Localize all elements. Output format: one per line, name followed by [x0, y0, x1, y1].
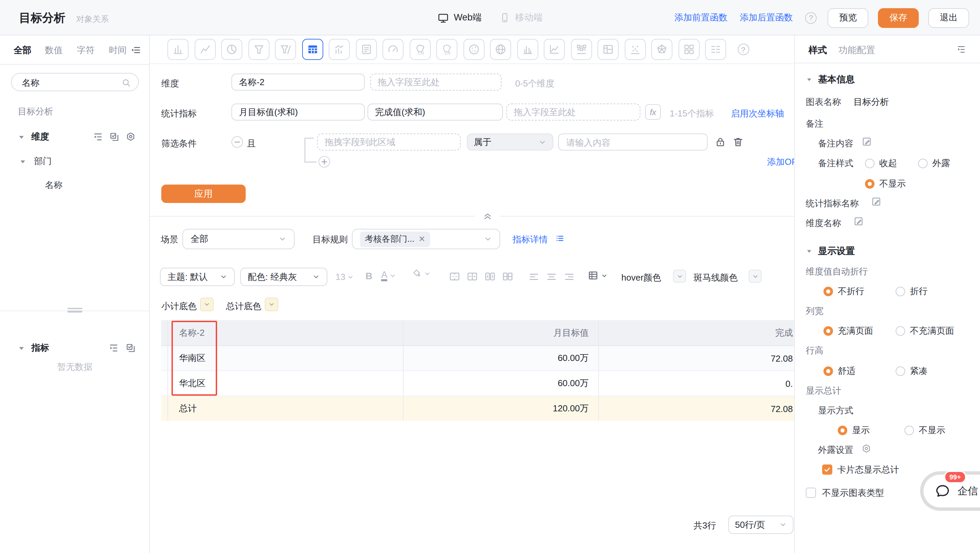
device-mobile-toggle[interactable]: 移动端 [500, 11, 543, 24]
merge-cells-icon[interactable] [449, 270, 461, 283]
align-left-icon[interactable] [528, 271, 540, 283]
search-icon[interactable] [121, 78, 131, 88]
radio-note-collapse[interactable] [865, 159, 875, 168]
cards-icon-button[interactable] [678, 39, 699, 60]
radio-nowrap[interactable] [824, 287, 833, 296]
radio-show-total[interactable] [838, 426, 847, 435]
collapse-config-button[interactable] [475, 210, 500, 222]
tab-numeric[interactable]: 数值 [45, 44, 63, 57]
tab-style[interactable]: 样式 [808, 44, 827, 57]
expand-tree-icon[interactable] [92, 131, 103, 142]
sidebar-node-department[interactable]: 部门 [34, 155, 52, 167]
filter-field-dropzone[interactable]: 拖拽字段到此区域 [317, 134, 461, 150]
field-search-input[interactable] [21, 76, 118, 90]
unmerge-cells-icon[interactable] [466, 270, 479, 283]
world-map-icon-button[interactable] [463, 39, 484, 60]
expose-settings-gear-icon[interactable] [861, 443, 872, 454]
panel-collapse-icon[interactable] [956, 44, 966, 54]
table-icon-button[interactable] [302, 39, 323, 60]
tag-close-icon[interactable]: ✕ [418, 234, 425, 244]
radio-show-total-label[interactable]: 显示 [852, 424, 870, 437]
edit-dim-name-icon[interactable] [853, 216, 864, 227]
tab-function-config[interactable]: 功能配置 [838, 44, 875, 57]
apply-button[interactable]: 应用 [161, 185, 246, 203]
funnel-icon-button[interactable] [248, 39, 269, 60]
radio-note-hidden[interactable] [865, 179, 875, 189]
radio-fill-page[interactable] [824, 326, 833, 336]
radio-hide-total-label[interactable]: 不显示 [919, 424, 945, 437]
metric-field-pill-2[interactable]: 完成值(求和) [368, 104, 503, 121]
radio-nofill-page[interactable] [896, 326, 905, 336]
radio-comfort[interactable] [824, 367, 833, 376]
fx-formula-button[interactable]: fx [645, 104, 661, 120]
add-condition-button[interactable]: + [318, 156, 330, 167]
section-basic-info[interactable]: 基本信息 [818, 73, 855, 86]
radio-note-expose-label[interactable]: 外露 [932, 157, 950, 170]
radar-icon-button[interactable] [651, 39, 672, 60]
radio-wrap-label[interactable]: 折行 [910, 285, 928, 298]
edit-metric-name-icon[interactable] [871, 196, 882, 207]
checkbox-card-total-label[interactable]: 卡片态显示总计 [837, 464, 899, 476]
remove-condition-button[interactable]: − [231, 136, 243, 148]
fill-color-button[interactable] [411, 268, 431, 279]
rule-tag[interactable]: 考核各部门... ✕ [360, 231, 430, 247]
checkbox-hide-chart-type[interactable] [806, 488, 816, 498]
secondary-axis-link[interactable]: 启用次坐标轴 [731, 108, 784, 120]
bold-button[interactable]: B [366, 270, 372, 281]
list-icon-button[interactable] [705, 39, 726, 60]
caret-down-icon[interactable] [806, 248, 813, 255]
settings-hexagon-icon[interactable] [125, 131, 136, 142]
dimension-field-pill[interactable]: 名称-2 [231, 73, 365, 91]
font-color-button[interactable]: A [381, 270, 396, 281]
help-icon[interactable]: ? [805, 12, 817, 24]
radio-note-hidden-label[interactable]: 不显示 [879, 178, 906, 190]
page-subtitle[interactable]: 对象关系 [76, 14, 109, 25]
bar-chart-icon-button[interactable] [167, 39, 189, 60]
trash-icon[interactable] [732, 136, 744, 148]
add-post-function-link[interactable]: 添加后置函数 [740, 11, 793, 24]
checkbox-card-total[interactable] [822, 464, 832, 475]
checkbox-hide-chart-type-label[interactable]: 不显示图表类型 [822, 487, 884, 499]
section-display-settings[interactable]: 显示设置 [818, 245, 855, 257]
preview-button[interactable]: 预览 [827, 8, 869, 27]
filter-operator-select[interactable]: 属于 [467, 134, 553, 150]
caret-down-icon[interactable] [18, 344, 25, 352]
map-cn-icon-button[interactable]: CN [409, 39, 430, 60]
sidebar-group-metric[interactable]: 指标 [31, 342, 49, 354]
globe-icon-button[interactable] [490, 39, 511, 60]
exit-button[interactable]: 退出 [928, 8, 969, 27]
funnel-slash-icon-button[interactable] [275, 39, 296, 60]
sidebar-leaf-name[interactable]: 名称 [45, 179, 63, 191]
tab-string[interactable]: 字符 [77, 44, 95, 57]
field-sort-icon[interactable] [130, 45, 141, 55]
radio-comfort-label[interactable]: 舒适 [838, 365, 856, 377]
gauge-icon-button[interactable] [382, 39, 404, 60]
multi-select-icon[interactable] [109, 131, 120, 142]
align-right-icon[interactable] [563, 271, 575, 283]
chat-widget[interactable]: 99+ 企信 [924, 475, 980, 507]
metric-field-pill-1[interactable]: 月目标值(求和) [231, 104, 365, 121]
radio-nowrap-label[interactable]: 不折行 [838, 285, 864, 298]
radio-note-expose[interactable] [918, 159, 928, 168]
palette-select[interactable]: 配色: 经典灰 [240, 268, 327, 286]
split-cells-icon[interactable] [501, 270, 514, 283]
radio-compact-label[interactable]: 紧凑 [910, 365, 928, 377]
expand-tree-icon[interactable] [108, 343, 119, 354]
map-cn-dots-icon-button[interactable]: CN [436, 39, 457, 60]
line-trend-icon-button[interactable] [544, 39, 565, 60]
radio-compact[interactable] [896, 367, 905, 376]
combo-chart-icon-button[interactable] [329, 39, 350, 60]
radio-fill-page-label[interactable]: 充满页面 [838, 325, 873, 337]
theme-select[interactable]: 主题: 默认 [160, 268, 235, 286]
chart-name-value[interactable]: 目标分析 [853, 96, 889, 108]
splitter-handle-icon[interactable] [67, 308, 82, 312]
scene-select[interactable]: 全部 [182, 229, 295, 249]
radio-wrap[interactable] [896, 287, 905, 296]
dimension-dropzone[interactable]: 拖入字段至此处 [370, 73, 501, 91]
total-color-picker[interactable] [265, 298, 278, 311]
bar-grouped-icon-button[interactable] [517, 39, 538, 60]
caret-down-icon[interactable] [806, 76, 813, 83]
metric-detail-list-icon[interactable] [555, 234, 565, 243]
filter-value-input[interactable] [565, 137, 697, 148]
chart-type-help-icon[interactable]: ? [737, 44, 749, 55]
